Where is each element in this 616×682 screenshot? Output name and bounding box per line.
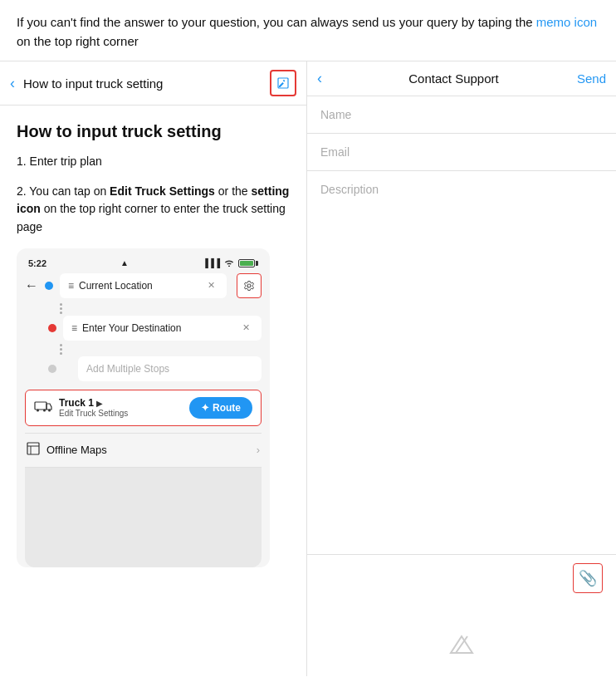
destination-field[interactable]: ≡ Enter Your Destination ✕ <box>63 316 262 341</box>
gear-icon-button[interactable] <box>237 273 262 298</box>
article-step-1: 1. Enter trip plan <box>17 153 290 171</box>
description-field[interactable]: Description <box>307 171 616 555</box>
left-back-button[interactable]: ‹ <box>10 75 15 92</box>
svg-rect-5 <box>27 443 39 454</box>
phone-status-bar: 5:22 ▲ ▐▐▐ <box>25 257 262 273</box>
add-stops-text: Add Multiple Stops <box>86 363 169 375</box>
intro-text-after: on the top right corner <box>17 34 139 48</box>
wifi-icon <box>223 258 235 268</box>
right-back-button[interactable]: ‹ <box>317 70 322 87</box>
route-button[interactable]: ✦ Route <box>189 397 252 419</box>
vert-connector-2 <box>56 344 262 355</box>
signal-icon: ▐▐▐ <box>203 258 220 267</box>
offline-maps-label: Offline Maps <box>46 444 257 456</box>
split-layout: ‹ How to input truck setting How to inpu… <box>0 61 616 676</box>
phone-status-icons: ▐▐▐ <box>203 258 258 268</box>
left-content: How to input truck setting 1. Enter trip… <box>0 105 306 676</box>
svg-rect-1 <box>35 402 46 410</box>
paperclip-icon: 📎 <box>579 569 597 587</box>
clear-destination-button[interactable]: ✕ <box>242 322 250 333</box>
route-label: Route <box>213 402 241 414</box>
right-header: ‹ Contact Support Send <box>307 61 616 96</box>
zendesk-logo <box>320 635 603 660</box>
right-panel: ‹ Contact Support Send Name Email Descri… <box>307 61 616 676</box>
step2-number: 2. <box>17 184 29 198</box>
dest-hamburger-icon: ≡ <box>71 322 77 334</box>
svg-point-3 <box>43 410 46 412</box>
svg-point-4 <box>48 410 51 412</box>
truck-arrow-icon: ▶ <box>96 399 103 408</box>
destination-row: ≡ Enter Your Destination ✕ <box>25 316 262 341</box>
email-field[interactable]: Email <box>307 134 616 171</box>
truck-name: Truck 1 <box>59 397 94 409</box>
current-location-row: ← ≡ Current Location ✕ <box>25 273 262 298</box>
battery-tip <box>256 261 258 266</box>
left-header: ‹ How to input truck setting <box>0 61 306 105</box>
attachment-button[interactable]: 📎 <box>573 563 603 593</box>
route-icon: ✦ <box>201 402 209 414</box>
step1-text: Enter trip plan <box>30 155 102 168</box>
destination-dot <box>48 324 56 332</box>
memo-link: memo icon <box>536 15 597 29</box>
step2-bold1: Edit Truck Settings <box>110 184 215 198</box>
left-panel: ‹ How to input truck setting How to inpu… <box>0 61 307 676</box>
phone-time: 5:22 <box>28 258 46 268</box>
name-field[interactable]: Name <box>307 96 616 134</box>
location-dot <box>45 282 53 290</box>
step2-text-after: on the top right corner to enter the tru… <box>17 202 286 233</box>
intro-text-before: If you can't find the answer to your que… <box>17 15 536 29</box>
add-stops-field[interactable]: Add Multiple Stops <box>78 356 262 381</box>
offline-maps-row[interactable]: Offline Maps › <box>25 433 262 468</box>
truck-icon <box>34 399 52 416</box>
truck-route-bar: Truck 1 ▶ Edit Truck Settings ✦ Route <box>25 390 262 426</box>
chevron-right-icon: › <box>257 444 260 456</box>
add-stops-dot <box>48 365 56 373</box>
battery-icon <box>238 259 255 267</box>
step2-text-mid: or the <box>215 184 252 198</box>
right-bottom-area: 📎 <box>307 555 616 676</box>
send-button[interactable]: Send <box>577 71 606 86</box>
current-location-field[interactable]: ≡ Current Location ✕ <box>60 273 227 298</box>
article-title: How to input truck setting <box>17 122 290 141</box>
right-header-title: Contact Support <box>330 71 577 86</box>
destination-text: Enter Your Destination <box>82 322 242 334</box>
svg-point-2 <box>37 410 39 412</box>
vert-connector <box>56 303 262 314</box>
article-step-2: 2. You can tap on Edit Truck Settings or… <box>17 183 290 237</box>
truck-info: Truck 1 ▶ Edit Truck Settings <box>34 397 128 418</box>
current-location-text: Current Location <box>79 280 208 292</box>
truck-details: Truck 1 ▶ Edit Truck Settings <box>59 397 128 418</box>
step1-number: 1. <box>17 155 30 168</box>
phone-status-right-arrow: ▲ <box>120 258 129 267</box>
phone-mockup: 5:22 ▲ ▐▐▐ <box>17 248 270 567</box>
add-stops-row: Add Multiple Stops <box>25 356 262 381</box>
step2-text-before: You can tap on <box>29 184 110 198</box>
contact-form: Name Email Description <box>307 96 616 555</box>
phone-back-arrow[interactable]: ← <box>25 278 38 293</box>
hamburger-icon: ≡ <box>68 280 74 292</box>
map-area <box>25 468 262 567</box>
edit-icon-button[interactable] <box>270 70 296 96</box>
intro-text: If you can't find the answer to your que… <box>0 0 616 61</box>
truck-settings-label[interactable]: Edit Truck Settings <box>59 409 128 418</box>
offline-maps-icon <box>27 442 40 459</box>
left-header-title: How to input truck setting <box>23 76 270 91</box>
clear-location-button[interactable]: ✕ <box>208 280 215 291</box>
battery-container <box>238 259 258 267</box>
